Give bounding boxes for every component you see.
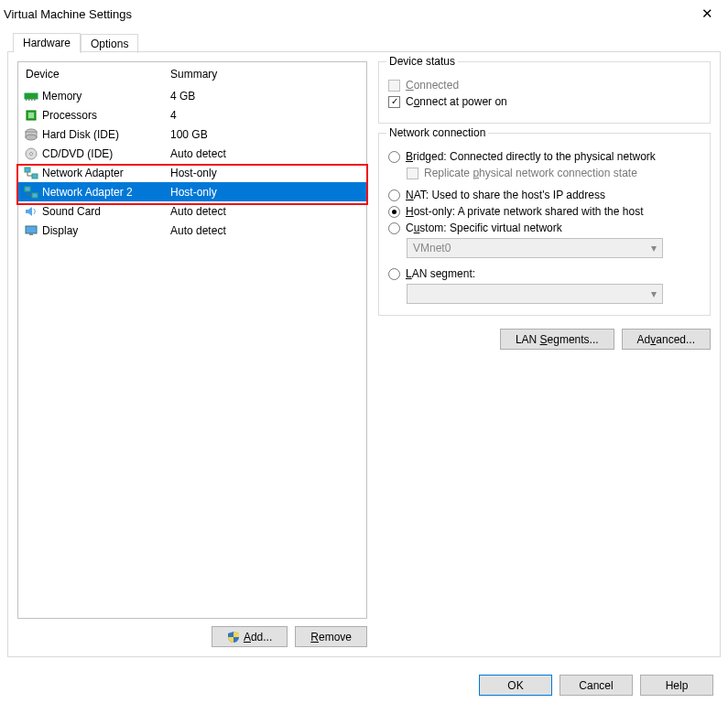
lan-segments-label: LAN Segments... (516, 333, 599, 346)
device-summary: Auto detect (170, 224, 363, 237)
tab-strip: Hardware Options (13, 31, 721, 51)
device-name: Sound Card (42, 205, 170, 218)
network-connection-group: Network connection Bridged: Connected di… (378, 133, 711, 316)
connect-power-checkbox[interactable]: ✓ (388, 96, 400, 108)
add-button[interactable]: Add... (212, 626, 288, 647)
svg-rect-2 (28, 99, 30, 101)
advanced-button[interactable]: Advanced... (622, 329, 711, 350)
chevron-down-icon: ▾ (651, 287, 657, 300)
network-connection-title: Network connection (386, 126, 488, 139)
device-row[interactable]: Network Adapter 2Host-only (18, 182, 366, 201)
device-row[interactable]: Hard Disk (IDE)100 GB (18, 124, 366, 144)
bridged-label: Bridged: Connected directly to the physi… (406, 150, 656, 163)
device-summary: Auto detect (170, 205, 363, 218)
device-summary: Host-only (170, 167, 363, 179)
connect-power-checkbox-row[interactable]: ✓ Connect at power on (388, 95, 701, 108)
device-list-header: Device Summary (18, 62, 366, 86)
device-name: CD/DVD (IDE) (42, 147, 170, 160)
custom-label: Custom: Specific virtual network (406, 222, 562, 234)
remove-button-label: Remove (310, 631, 352, 644)
custom-network-value: VMnet0 (413, 242, 451, 254)
lansegment-radio[interactable] (388, 268, 400, 280)
svg-rect-13 (32, 174, 38, 178)
nat-label: NAT: Used to share the host's IP address (406, 189, 605, 201)
chevron-down-icon: ▾ (651, 242, 657, 254)
shield-icon (227, 631, 240, 644)
svg-rect-0 (25, 93, 38, 99)
replicate-label: Replicate physical network connection st… (424, 167, 637, 179)
advanced-label: Advanced... (637, 333, 695, 346)
display-icon (24, 223, 38, 238)
ok-button[interactable]: OK (479, 675, 552, 696)
device-summary: 4 (170, 109, 363, 122)
device-status-title: Device status (386, 55, 458, 68)
svg-rect-15 (32, 193, 38, 198)
device-name: Network Adapter (42, 167, 170, 179)
cpu-icon (24, 108, 38, 123)
hostonly-radio-row[interactable]: Host-only: A private network shared with… (388, 205, 701, 218)
device-row[interactable]: DisplayAuto detect (18, 221, 366, 240)
hostonly-label: Host-only: A private network shared with… (406, 205, 643, 218)
device-row[interactable]: Network AdapterHost-only (18, 163, 366, 182)
memory-icon (24, 89, 38, 103)
device-row[interactable]: Memory4 GB (18, 86, 366, 105)
lansegment-radio-row[interactable]: LAN segment: (388, 267, 701, 280)
svg-rect-6 (28, 113, 34, 118)
nat-radio-row[interactable]: NAT: Used to share the host's IP address (388, 189, 701, 201)
nat-radio[interactable] (388, 189, 400, 201)
tab-hardware[interactable]: Hardware (13, 33, 81, 52)
device-name: Processors (42, 109, 170, 122)
device-name: Display (42, 224, 170, 237)
svg-rect-1 (26, 99, 27, 101)
replicate-checkbox-row: Replicate physical network connection st… (407, 167, 701, 179)
device-name: Memory (42, 90, 170, 103)
svg-rect-17 (29, 233, 33, 235)
device-name: Network Adapter 2 (42, 186, 170, 199)
bridged-radio[interactable] (388, 151, 400, 163)
close-icon[interactable]: ✕ (694, 4, 721, 24)
custom-radio[interactable] (388, 222, 400, 234)
device-row[interactable]: Processors4 (18, 105, 366, 124)
nic-icon (24, 166, 38, 180)
connected-label: Connected (406, 79, 459, 92)
lan-segments-button[interactable]: LAN Segments... (500, 329, 614, 350)
sound-icon (24, 204, 38, 219)
svg-rect-12 (25, 168, 30, 172)
device-name: Hard Disk (IDE) (42, 128, 170, 141)
device-summary: 100 GB (170, 128, 363, 141)
device-list[interactable]: Device Summary Memory4 GBProcessors4Hard… (17, 61, 367, 619)
nic-icon (24, 185, 38, 200)
header-summary: Summary (170, 68, 359, 81)
window-title: Virtual Machine Settings (4, 7, 132, 21)
tab-options[interactable]: Options (81, 34, 138, 53)
titlebar: Virtual Machine Settings ✕ (0, 0, 728, 26)
custom-radio-row[interactable]: Custom: Specific virtual network (388, 222, 701, 234)
remove-button[interactable]: Remove (295, 626, 367, 647)
device-row[interactable]: CD/DVD (IDE)Auto detect (18, 144, 366, 163)
hostonly-radio[interactable] (388, 206, 400, 218)
hdd-icon (24, 127, 38, 142)
device-summary: 4 GB (170, 90, 363, 103)
help-button[interactable]: Help (640, 675, 713, 696)
device-summary: Host-only (170, 186, 363, 199)
svg-rect-16 (26, 226, 37, 233)
connected-checkbox-row: Connected (388, 79, 701, 92)
dialog-button-bar: OK Cancel Help (479, 675, 713, 696)
custom-network-combo: VMnet0 ▾ (407, 238, 663, 258)
device-row[interactable]: Sound CardAuto detect (18, 201, 366, 221)
svg-rect-3 (31, 99, 33, 101)
header-device: Device (26, 68, 170, 81)
replicate-checkbox (407, 168, 418, 179)
cancel-button[interactable]: Cancel (560, 675, 633, 696)
device-summary: Auto detect (170, 147, 363, 160)
add-button-label: Add... (244, 631, 272, 644)
svg-point-9 (26, 135, 37, 140)
cd-icon (24, 146, 38, 161)
bridged-radio-row[interactable]: Bridged: Connected directly to the physi… (388, 150, 701, 163)
lansegment-label: LAN segment: (406, 267, 475, 280)
svg-rect-14 (25, 187, 30, 191)
lansegment-combo: ▾ (407, 284, 663, 304)
svg-point-11 (30, 152, 33, 155)
connect-power-label: Connect at power on (406, 95, 507, 108)
device-status-group: Device status Connected ✓ Connect at pow… (378, 61, 711, 124)
